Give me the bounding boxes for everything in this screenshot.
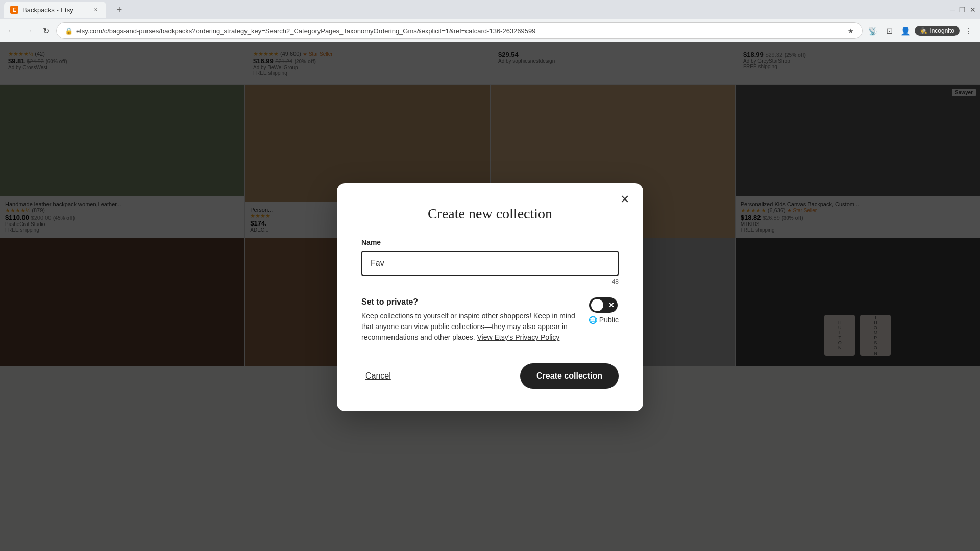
modal-actions: Cancel Create collection: [361, 363, 619, 389]
name-input[interactable]: [361, 251, 619, 276]
profile-button[interactable]: 👤: [898, 23, 913, 38]
new-tab-button[interactable]: +: [112, 3, 127, 17]
name-input-wrapper: [361, 251, 619, 276]
page-content: ★★★★½ (42) $9.81 $24.53 (60% off) Ad by …: [0, 42, 980, 551]
privacy-section: Set to private? Keep collections to your…: [361, 297, 619, 343]
privacy-description: Keep collections to yourself or inspire …: [361, 311, 580, 343]
modal-overlay: ✕ Create new collection Name 48 Set to p…: [0, 42, 980, 551]
address-bar[interactable]: 🔒 etsy.com/c/bags-and-purses/backpacks?o…: [56, 22, 863, 39]
name-label: Name: [361, 238, 619, 246]
privacy-text: Set to private? Keep collections to your…: [361, 297, 580, 343]
cancel-button[interactable]: Cancel: [361, 367, 395, 385]
menu-button[interactable]: ⋮: [962, 23, 976, 38]
bookmark-button[interactable]: ⊡: [882, 23, 896, 38]
refresh-button[interactable]: ↻: [39, 23, 53, 38]
char-count: 48: [361, 278, 619, 285]
browser-nav: ← → ↻ 🔒 etsy.com/c/bags-and-purses/backp…: [0, 19, 980, 42]
address-text: etsy.com/c/bags-and-purses/backpacks?ord…: [76, 27, 844, 35]
window-minimize-button[interactable]: ─: [950, 6, 955, 14]
create-collection-modal: ✕ Create new collection Name 48 Set to p…: [337, 183, 643, 411]
browser-chrome: E Backpacks - Etsy × + ─ ❐ ✕ ← → ↻ 🔒 ets…: [0, 0, 980, 42]
browser-tab[interactable]: E Backpacks - Etsy ×: [4, 2, 106, 18]
tab-title: Backpacks - Etsy: [22, 6, 88, 14]
globe-icon: 🌐: [589, 316, 597, 324]
privacy-policy-link[interactable]: View Etsy's Privacy Policy: [477, 333, 559, 341]
tab-close-button[interactable]: ×: [92, 6, 100, 14]
window-restore-button[interactable]: ❐: [959, 6, 966, 14]
modal-title: Create new collection: [361, 206, 619, 222]
public-label: 🌐 Public: [589, 316, 619, 324]
forward-button[interactable]: →: [21, 23, 36, 38]
back-button[interactable]: ←: [4, 23, 18, 38]
toggle-knob: [591, 299, 603, 311]
modal-close-button[interactable]: ✕: [617, 191, 633, 208]
incognito-badge: 🕵 Incognito: [915, 26, 960, 36]
cast-button[interactable]: 📡: [866, 23, 880, 38]
browser-titlebar: E Backpacks - Etsy × + ─ ❐ ✕: [0, 0, 980, 19]
toggle-x-icon: ✕: [608, 301, 615, 309]
etsy-favicon: E: [10, 6, 18, 14]
privacy-controls: ✕ 🌐 Public: [589, 297, 619, 324]
browser-actions: 📡 ⊡ 👤 🕵 Incognito ⋮: [866, 23, 976, 38]
privacy-toggle[interactable]: ✕: [589, 297, 618, 313]
create-collection-button[interactable]: Create collection: [520, 363, 619, 389]
privacy-label: Set to private?: [361, 297, 580, 307]
window-close-button[interactable]: ✕: [970, 6, 976, 14]
toggle-container: ✕: [589, 297, 618, 313]
